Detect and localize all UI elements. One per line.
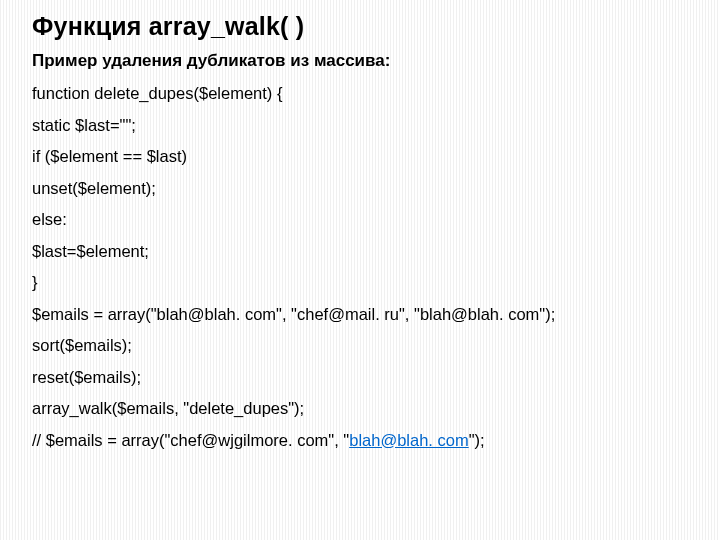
code-text-prefix: // $emails = array("chef@wjgilmore. com"…	[32, 431, 349, 449]
email-link[interactable]: blah@blah. com	[349, 431, 468, 449]
code-line-4: unset($element);	[32, 180, 692, 197]
slide-subtitle: Пример удаления дубликатов из массива:	[32, 51, 692, 71]
code-line-3: if ($element == $last)	[32, 148, 692, 165]
code-line-10: reset($emails);	[32, 369, 692, 386]
code-line-8: $emails = array("blah@blah. com", "chef@…	[32, 306, 692, 323]
code-line-5: else:	[32, 211, 692, 228]
code-line-1: function delete_dupes($element) {	[32, 85, 692, 102]
code-line-2: static $last="";	[32, 117, 692, 134]
code-line-11: array_walk($emails, "delete_dupes");	[32, 400, 692, 417]
code-line-7: }	[32, 274, 692, 291]
code-line-9: sort($emails);	[32, 337, 692, 354]
slide-title: Функция array_walk( )	[32, 12, 692, 41]
code-text-suffix: ");	[469, 431, 485, 449]
code-line-6: $last=$element;	[32, 243, 692, 260]
code-line-12: // $emails = array("chef@wjgilmore. com"…	[32, 432, 692, 449]
